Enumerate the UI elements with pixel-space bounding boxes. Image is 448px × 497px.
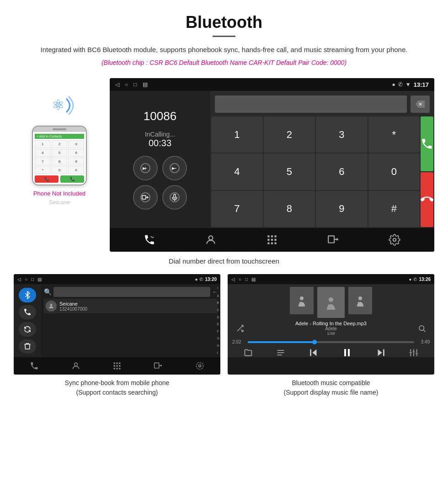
music-title: Adele - Rolling In the Deep.mp3 (248, 321, 414, 326)
svg-rect-30 (113, 363, 115, 364)
music-status-time: 13:26 (419, 277, 431, 282)
backspace-button[interactable]: ✕ (411, 95, 430, 113)
notification-icon: ▤ (143, 81, 148, 88)
music-artist: Adele (248, 326, 414, 331)
pb-contacts-tab[interactable] (71, 361, 80, 370)
num-key-hash[interactable]: # (368, 191, 420, 227)
svg-rect-18 (274, 235, 276, 237)
svg-rect-8 (142, 196, 146, 199)
num-key-0[interactable]: 0 (368, 153, 420, 190)
svg-rect-22 (267, 242, 269, 244)
status-right: ● ✆ ▼ 13:17 (392, 81, 429, 88)
pb-back-icon: ◁ (17, 277, 21, 282)
svg-point-27 (393, 238, 396, 242)
num-key-3[interactable]: 3 (316, 116, 368, 153)
music-time-row: 2:02 3:49 (232, 339, 430, 344)
pb-square-icon: □ (31, 277, 34, 282)
phone-not-included-label: Phone Not Included (33, 190, 85, 197)
pb-dialpad-tab[interactable] (112, 361, 122, 370)
play-pause-button[interactable] (341, 347, 352, 360)
transfer-tab-icon[interactable] (323, 230, 343, 250)
music-screen-block: ◁ ○ □ ▤ ● ✆ 13:26 (228, 274, 434, 397)
music-location-icon: ● (409, 277, 411, 282)
title-divider (213, 36, 235, 37)
dial-controls: + ▶ − ▶ (133, 156, 187, 210)
volume-down-button[interactable]: − ▶ (162, 156, 187, 180)
music-progress-bar[interactable] (248, 341, 414, 343)
pb-search-box[interactable] (53, 287, 210, 297)
phonebook-screen: ◁ ○ □ ▤ ● ✆ 13:20 (14, 274, 220, 375)
next-track-button[interactable] (376, 348, 386, 360)
transfer-button[interactable] (133, 185, 158, 210)
pb-search-row: 🔍 ← (44, 287, 218, 297)
num-key-9[interactable]: 9 (316, 191, 368, 227)
phone-signal-icon: ✆ (398, 81, 403, 88)
pb-phone-tab[interactable] (30, 361, 39, 370)
phone-call-btn: 📞 (60, 175, 84, 183)
num-key-4[interactable]: 4 (211, 153, 263, 190)
call-timer: 00:33 (145, 138, 175, 148)
phone-key-2: 2 (52, 140, 68, 148)
num-key-8[interactable]: 8 (264, 191, 315, 227)
music-track-info: 1/48 (248, 331, 414, 336)
num-key-6[interactable]: 6 (316, 153, 368, 190)
pb-status-time: 13:20 (205, 277, 217, 282)
delete-sidebar-icon[interactable] (19, 339, 36, 354)
phone-container: ⚛ + Add to Contacts 1 2 3 4 5 6 7 (14, 92, 105, 206)
equalizer-icon[interactable] (409, 348, 418, 359)
num-key-star[interactable]: * (368, 116, 420, 153)
pb-transfer-tab[interactable] (154, 361, 163, 370)
call-answer-button[interactable] (421, 116, 433, 171)
pb-contact-number: 13241007000 (59, 307, 87, 312)
wifi-icon: ▼ (405, 81, 411, 88)
music-albums-row (232, 287, 430, 318)
music-controls (232, 347, 430, 360)
car-status-bar: ◁ ○ □ ▤ ● ✆ ▼ 13:17 (110, 78, 434, 91)
folder-icon[interactable] (244, 348, 253, 359)
pb-settings-tab[interactable] (195, 361, 204, 370)
status-time: 13:17 (414, 81, 429, 88)
num-key-7[interactable]: 7 (211, 191, 263, 227)
svg-text:▶: ▶ (172, 166, 175, 170)
pb-location-icon: ● (195, 277, 197, 282)
pb-status-right: ● ✆ 13:20 (195, 277, 217, 282)
svg-marker-56 (312, 349, 316, 356)
svg-point-42 (196, 363, 203, 370)
svg-rect-19 (267, 239, 269, 241)
music-circle-icon: ○ (239, 277, 241, 282)
playlist-icon[interactable] (276, 348, 285, 359)
album-art-right (348, 287, 372, 314)
seicane-watermark: Seicane (49, 199, 70, 206)
phonebook-left-sidebar (14, 284, 41, 357)
num-key-5[interactable]: 5 (264, 153, 315, 190)
volume-up-button[interactable]: + ▶ (133, 156, 158, 180)
num-key-1[interactable]: 1 (211, 116, 263, 153)
svg-rect-11 (174, 194, 176, 198)
svg-rect-17 (271, 235, 273, 237)
prev-track-button[interactable] (309, 348, 319, 360)
settings-tab-icon[interactable] (384, 230, 405, 250)
phone-key-1: 1 (35, 140, 51, 148)
phone-sidebar-icon[interactable] (19, 305, 36, 320)
refresh-sidebar-icon[interactable] (19, 322, 36, 337)
mute-button[interactable] (162, 185, 187, 210)
phonebook-bottom-bar (14, 357, 220, 375)
svg-point-29 (74, 363, 77, 366)
phone-tab-icon[interactable] (139, 230, 160, 250)
pb-circle-icon: ○ (25, 277, 27, 282)
num-key-2[interactable]: 2 (264, 116, 315, 153)
location-icon: ● (392, 81, 395, 88)
pb-contact-row[interactable]: Seicane 13241007000 (44, 299, 218, 313)
phone-end-btn: 📞 (35, 175, 59, 183)
call-end-button[interactable] (421, 172, 433, 227)
contacts-tab-icon[interactable] (201, 230, 221, 250)
svg-text:✕: ✕ (418, 101, 422, 107)
shuffle-icon[interactable] (236, 324, 244, 334)
music-search-icon[interactable] (418, 324, 426, 334)
dial-left-panel: 10086 InCalling... 00:33 + ▶ (110, 91, 210, 228)
svg-rect-24 (274, 242, 276, 244)
dialpad-tab-icon[interactable] (262, 230, 282, 250)
phone-number-display: 10086 (144, 109, 176, 123)
bluetooth-sidebar-icon[interactable] (19, 288, 36, 302)
dial-input-box[interactable] (215, 95, 407, 113)
